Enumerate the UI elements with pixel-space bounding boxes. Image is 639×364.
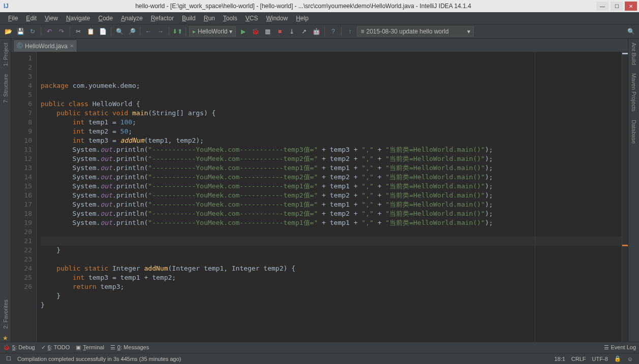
tool-window-terminal[interactable]: ▣Terminal [76, 344, 104, 351]
history-icon: ≡ [360, 28, 364, 35]
event-log-button[interactable]: ☰ Event Log [604, 344, 636, 351]
make-icon[interactable]: ⬇⬆ [172, 26, 182, 37]
menu-view[interactable]: View [41, 14, 62, 23]
sidebar-tab-2-favorites[interactable]: 2: Favorites [2, 295, 10, 333]
left-sidebar: 1: Project7: Structure2: Favorites★ [0, 39, 11, 342]
app-icon: IJ [2, 2, 10, 10]
status-bar: ☐ Compilation completed successfully in … [0, 353, 639, 364]
encoding[interactable]: UTF-8 [589, 356, 611, 362]
line-separator[interactable]: CRLF [568, 356, 589, 362]
vcs-action-label: 2015-08-30 update hello world [366, 28, 448, 35]
undo-icon[interactable]: ↶ [44, 26, 54, 37]
titlebar: IJ hello-world - [E:\git_work_space\hell… [0, 0, 639, 12]
status-message: Compilation completed successfully in 3s… [14, 356, 184, 362]
right-sidebar: Ant BuildMaven ProjectsDatabase [628, 39, 639, 342]
file-tab[interactable]: Ⓒ HelloWorld.java ✕ [13, 40, 77, 52]
redo-icon[interactable]: ↷ [56, 26, 67, 37]
run-icon: ▸ [193, 28, 196, 35]
help-icon[interactable]: ? [328, 26, 338, 37]
right-margin [535, 52, 535, 342]
menu-file[interactable]: File [4, 14, 22, 23]
editor[interactable]: 1234567891011121314151617181920212223242… [11, 52, 628, 342]
menu-code[interactable]: Code [94, 14, 117, 23]
file-tabs: Ⓒ HelloWorld.java ✕ [11, 39, 628, 52]
sidebar-tab-maven-projects[interactable]: Maven Projects [630, 69, 638, 116]
sidebar-tab-database[interactable]: Database [630, 116, 638, 148]
window-title: hello-world - [E:\git_work_space\hello-w… [10, 3, 596, 10]
close-tab-icon[interactable]: ✕ [70, 43, 74, 49]
menu-help[interactable]: Help [292, 14, 313, 23]
toolbar: 📂 💾 ↻ ↶ ↷ ✂ 📋 📄 🔍 🔎 ← → ⬇⬆ ▸ HelloWorld … [0, 24, 639, 39]
find-icon[interactable]: 🔍 [114, 26, 125, 37]
sidebar-tab-ant-build[interactable]: Ant Build [630, 39, 638, 69]
tool-window-6-todo[interactable]: ✓6: TODO [41, 344, 70, 351]
replace-icon[interactable]: 🔎 [127, 26, 137, 37]
menu-build[interactable]: Build [178, 14, 200, 23]
minimize-button[interactable]: — [596, 2, 608, 11]
caret-position[interactable]: 18:1 [551, 356, 568, 362]
coverage-icon[interactable]: ▦ [262, 26, 272, 37]
menu-navigate[interactable]: Navigate [62, 14, 94, 23]
run-config-label: HelloWorld [198, 28, 227, 35]
vcs-up-icon[interactable]: ↑ [345, 26, 355, 37]
vcs-dropdown[interactable]: ≡ 2015-08-30 update hello world ▾ [357, 26, 474, 37]
cut-icon[interactable]: ✂ [73, 26, 83, 37]
lock-icon[interactable]: 🔒 [611, 355, 624, 362]
star-icon[interactable]: ★ [3, 335, 8, 342]
chevron-down-icon: ▾ [467, 28, 470, 35]
deploy-icon[interactable]: ↗ [299, 26, 309, 37]
bottom-toolbar: 🐞5: Debug✓6: TODO▣Terminal☰0: Messages☰ … [0, 342, 639, 353]
save-icon[interactable]: 💾 [15, 26, 25, 37]
open-icon[interactable]: 📂 [3, 26, 13, 37]
sidebar-tab-1-project[interactable]: 1: Project [2, 39, 10, 70]
menubar: FileEditViewNavigateCodeAnalyzeRefactorB… [0, 12, 639, 24]
menu-analyze[interactable]: Analyze [117, 14, 147, 23]
java-file-icon: Ⓒ [17, 42, 23, 50]
shell-icon[interactable]: ☐ [3, 355, 14, 362]
copy-icon[interactable]: 📋 [85, 26, 96, 37]
code-area[interactable]: package com.youmeek.demo;public class He… [37, 52, 622, 342]
gutter: 1234567891011121314151617181920212223242… [11, 52, 37, 342]
tool-window-5-debug[interactable]: 🐞5: Debug [3, 344, 35, 351]
sync-icon[interactable]: ↻ [27, 26, 38, 37]
menu-run[interactable]: Run [200, 14, 219, 23]
maximize-button[interactable]: ☐ [611, 2, 623, 11]
menu-edit[interactable]: Edit [22, 14, 41, 23]
run-button[interactable]: ▶ [238, 26, 248, 37]
android-icon[interactable]: 🤖 [311, 26, 321, 37]
run-config-dropdown[interactable]: ▸ HelloWorld ▾ [189, 26, 236, 37]
close-button[interactable]: ✕ [625, 2, 637, 11]
menu-window[interactable]: Window [262, 14, 292, 23]
menu-vcs[interactable]: VCS [241, 14, 262, 23]
sidebar-tab-7-structure[interactable]: 7: Structure [2, 70, 10, 107]
forward-icon[interactable]: → [156, 26, 166, 37]
chevron-down-icon: ▾ [229, 28, 232, 35]
attach-icon[interactable]: ⤓ [287, 26, 297, 37]
paste-icon[interactable]: 📄 [98, 26, 108, 37]
search-everywhere-icon[interactable]: 🔍 [626, 26, 636, 37]
debug-button[interactable]: 🐞 [250, 26, 260, 37]
file-tab-label: HelloWorld.java [25, 43, 68, 50]
hector-icon[interactable]: ☺ [624, 356, 636, 362]
tool-window-0-messages[interactable]: ☰0: Messages [110, 344, 149, 351]
error-stripe[interactable] [622, 52, 628, 342]
menu-tools[interactable]: Tools [219, 14, 241, 23]
stop-icon[interactable]: ■ [275, 26, 285, 37]
menu-refactor[interactable]: Refactor [147, 14, 178, 23]
back-icon[interactable]: ← [143, 26, 154, 37]
